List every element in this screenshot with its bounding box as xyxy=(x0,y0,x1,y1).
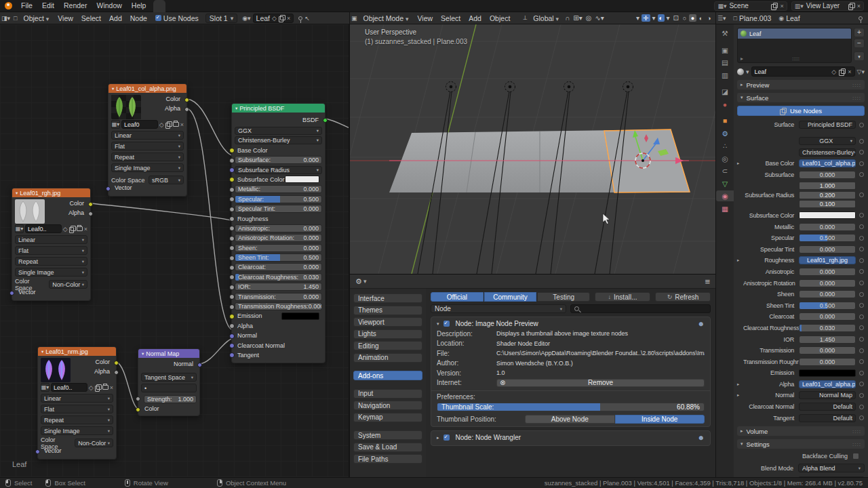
addon-search-input[interactable] xyxy=(570,304,711,313)
slot-filter-arrow[interactable]: ▸ xyxy=(741,56,743,62)
properties-tab[interactable]: ▽ xyxy=(717,178,734,189)
color-space-dropdown[interactable]: Non-Color▾ xyxy=(49,280,87,289)
preferences-section-button[interactable]: Animation xyxy=(353,353,422,363)
option-dropdown[interactable]: Repeat▾ xyxy=(41,415,113,424)
uv-map-field[interactable]: • xyxy=(141,384,197,392)
new-image-icon[interactable] xyxy=(165,121,172,128)
add-slot-button[interactable]: + xyxy=(854,28,865,37)
node-editor-menu[interactable]: Select xyxy=(77,14,105,22)
node-principled-bsdf[interactable]: ▾Principled BSDF BSDF GGX ▾ Christensen-… xyxy=(231,103,326,363)
animate-decorator-icon[interactable] xyxy=(859,314,864,319)
fake-user-shield-icon[interactable]: ◇ xyxy=(89,384,94,391)
panel-volume[interactable]: ▸Volume:::: xyxy=(737,426,865,436)
animate-decorator-icon[interactable] xyxy=(859,303,864,308)
node-property-row[interactable]: Subsurface Color ▾ xyxy=(235,176,322,184)
node-property-row[interactable]: Specular Tint: 0.000 ▾ xyxy=(235,205,322,213)
pin-icon[interactable] xyxy=(298,16,302,20)
material-name-field[interactable]: Leaf ◇ × xyxy=(751,66,855,77)
node-property-row[interactable]: Transmission Roughness: 0.000 ▾ xyxy=(235,302,322,310)
slot-grip[interactable]: ::::: xyxy=(792,56,800,62)
gear-icon[interactable]: ⚙ xyxy=(355,277,362,286)
alpha-output-socket[interactable] xyxy=(88,211,93,216)
color-output-socket[interactable] xyxy=(114,361,119,365)
unlink-material-icon[interactable]: × xyxy=(848,68,851,75)
node-property-row[interactable]: Anisotropic: 0.000 ▾ xyxy=(235,224,322,232)
addon-enabled-checkbox[interactable] xyxy=(443,321,450,327)
shading-rendered-icon[interactable]: ◑ xyxy=(705,14,713,22)
properties-tab[interactable]: ⚒ xyxy=(717,28,734,39)
properties-tab[interactable]: ◎ xyxy=(717,153,734,164)
hamburger-menu-icon[interactable]: ≡ xyxy=(705,277,710,287)
panel-surface[interactable]: ▾Surface:::: xyxy=(737,93,865,102)
animate-decorator-icon[interactable] xyxy=(859,405,864,409)
animate-decorator-icon[interactable] xyxy=(859,325,864,330)
editor-type-icon[interactable]: ▣ xyxy=(350,15,359,22)
property-row[interactable]: ▸ Specular Tint 0.000 ▾ xyxy=(737,245,865,253)
new-image-icon[interactable] xyxy=(95,384,101,391)
node-property-row[interactable]: Christensen-Burley ▾ xyxy=(235,136,322,144)
node-property-row[interactable]: Subsurface: 0.000 ▾ xyxy=(235,156,322,164)
gizmo-dropdown-icon[interactable]: ▾ xyxy=(651,14,657,22)
animate-decorator-icon[interactable] xyxy=(859,192,864,197)
preferences-section-button[interactable]: System xyxy=(353,430,422,440)
fake-user-shield-icon[interactable]: ◇ xyxy=(272,15,277,22)
fake-user-shield-icon[interactable]: ◇ xyxy=(831,68,836,75)
mode-dropdown[interactable]: Object Mode ▾ xyxy=(359,14,413,22)
falloff-icon[interactable]: ∿▾ xyxy=(593,14,605,22)
support-level-tab[interactable]: Official xyxy=(431,292,484,302)
show-gizmo-icon[interactable]: ✛ xyxy=(642,14,650,22)
workspace-tab[interactable] xyxy=(190,0,202,12)
property-row[interactable]: ▸ Emission ▾ xyxy=(737,369,865,377)
color-input-socket[interactable] xyxy=(136,407,140,412)
animate-decorator-icon[interactable] xyxy=(859,258,864,263)
preferences-section-button[interactable]: Keymap xyxy=(353,413,422,422)
properties-tab[interactable]: ■ xyxy=(717,115,734,126)
close-view-layer-icon[interactable]: × xyxy=(857,3,861,9)
open-image-icon[interactable] xyxy=(77,226,83,231)
preferences-section-button[interactable]: File Paths xyxy=(353,454,422,464)
animate-decorator-icon[interactable] xyxy=(859,348,864,353)
expand-arrow-icon[interactable]: ▸ xyxy=(737,161,743,166)
unlink-material-icon[interactable]: × xyxy=(287,15,290,22)
workspace-tab[interactable] xyxy=(178,0,190,12)
expand-arrow-icon[interactable]: ▸ xyxy=(737,392,743,398)
color-swatch[interactable] xyxy=(281,312,319,320)
option-dropdown[interactable]: Single Image▾ xyxy=(111,163,184,172)
new-material-icon[interactable] xyxy=(279,15,285,22)
animate-decorator-icon[interactable] xyxy=(859,359,864,364)
property-row[interactable]: ▸ Transmission 0.000 ▾ xyxy=(737,346,865,354)
option-dropdown[interactable]: Flat▾ xyxy=(41,405,113,413)
property-row[interactable]: ▸ Sheen Tint 0.500 ▾ xyxy=(737,302,865,310)
topbar-menu[interactable]: Help xyxy=(127,0,151,12)
transform-orientation-icon[interactable]: ⟂ xyxy=(521,14,528,22)
animate-decorator-icon[interactable] xyxy=(859,150,864,155)
animate-decorator-icon[interactable] xyxy=(859,247,864,251)
remove-addon-button[interactable]: ⊗ Remove xyxy=(496,379,705,387)
workspace-tab[interactable] xyxy=(153,0,165,12)
animate-decorator-icon[interactable] xyxy=(859,269,864,274)
property-row[interactable]: ▸ Anisotropic 0.000 ▾ xyxy=(737,268,865,276)
node-image-texture-rgh[interactable]: ▾Leaf01_rgh.jpg Color Alpha ▦▾ Leaf0.. ◇… xyxy=(12,188,91,301)
property-row[interactable]: ▸ Subsurface 0.000 ▾ xyxy=(737,171,865,179)
image-icon[interactable]: ▦▾ xyxy=(41,383,50,392)
animate-decorator-icon[interactable] xyxy=(859,281,864,285)
animate-decorator-icon[interactable] xyxy=(859,292,864,297)
proportional-edit-icon[interactable]: ◎ xyxy=(585,14,593,22)
expand-arrow-icon[interactable]: ▸ xyxy=(737,258,743,263)
node-property-row[interactable]: Subsurface Radius ▾ xyxy=(235,166,322,174)
fake-user-shield-icon[interactable]: ◇ xyxy=(63,226,68,232)
properties-tab[interactable]: ▦ xyxy=(717,203,734,214)
chevron-down-icon[interactable]: ▾ xyxy=(746,68,749,75)
node-normal-map[interactable]: ▾Normal Map Normal Tangent Space▾ • Stre… xyxy=(138,348,200,416)
use-nodes-button[interactable]: Use Nodes xyxy=(737,106,865,116)
viewport-3d[interactable]: User Perspective (1) suzannes_stacked | … xyxy=(349,24,715,274)
remove-slot-button[interactable]: − xyxy=(854,39,865,48)
topbar-menu[interactable]: Window xyxy=(92,0,126,12)
option-dropdown[interactable]: Flat▾ xyxy=(111,142,184,150)
node-property-row[interactable]: GGX ▾ xyxy=(235,127,322,135)
panel-settings[interactable]: ▾Settings:::: xyxy=(737,439,865,449)
alpha-output-socket[interactable] xyxy=(114,370,119,375)
space-dropdown[interactable]: Tangent Space▾ xyxy=(141,373,197,382)
unlink-image-icon[interactable]: × xyxy=(110,384,113,391)
workspace-tab[interactable] xyxy=(263,0,275,12)
